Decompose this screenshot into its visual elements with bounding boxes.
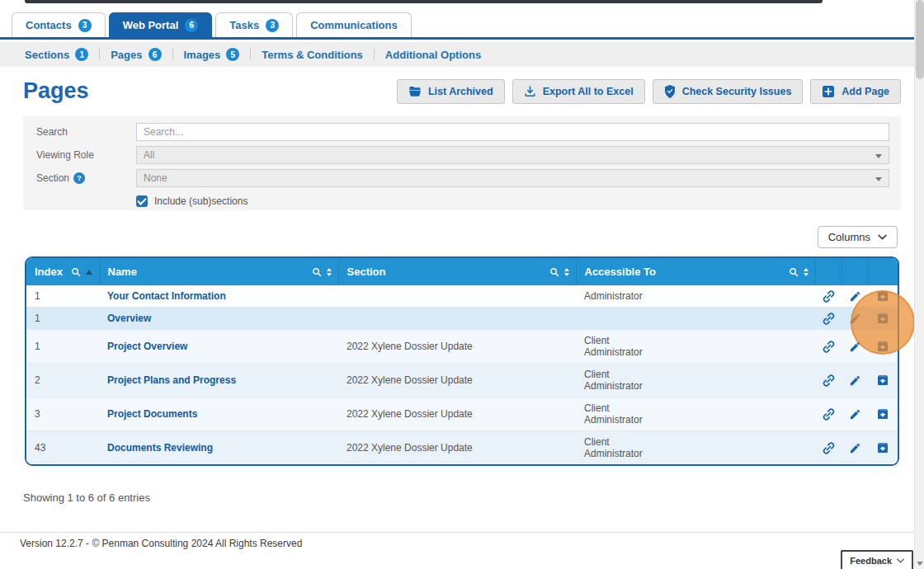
page-name-link[interactable]: Documents Reviewing [107, 442, 213, 454]
folder-icon [408, 86, 422, 97]
subnav-label: Sections [25, 49, 69, 61]
subnav-item-terms[interactable]: Terms & Conditions [262, 49, 363, 61]
button-label: Check Security Issues [682, 86, 792, 97]
feedback-label: Feedback [850, 556, 892, 566]
search-icon[interactable] [312, 267, 322, 277]
column-header-name[interactable]: Name [99, 258, 338, 285]
column-label: Name [108, 266, 137, 278]
scrollbar-thumb[interactable] [916, 0, 924, 79]
tab-tasks[interactable]: Tasks 3 [215, 12, 293, 37]
archive-icon[interactable] [876, 374, 889, 387]
cell-name: Overview [99, 308, 338, 330]
cell-name: Documents Reviewing [99, 431, 338, 465]
tab-web-portal[interactable]: Web Portal 6 [109, 12, 213, 37]
add-page-button[interactable]: Add Page [810, 79, 901, 104]
edit-pencil-icon[interactable] [849, 442, 861, 454]
column-header-link [815, 258, 842, 285]
search-icon[interactable] [549, 267, 559, 277]
column-label: Accessible To [585, 266, 656, 278]
subnav-count-badge: 6 [148, 48, 162, 61]
table-header-row: Index Name [26, 258, 898, 285]
viewing-role-select[interactable]: All [136, 146, 889, 164]
page-name-link[interactable]: Project Overview [107, 341, 187, 352]
include-subsections-checkbox[interactable] [136, 195, 148, 207]
columns-button[interactable]: Columns [818, 226, 898, 248]
sort-ascending-icon[interactable] [86, 270, 92, 275]
sort-icon[interactable] [564, 268, 569, 276]
divider [374, 49, 375, 60]
tab-label: Communications [310, 19, 397, 31]
subnav-item-additional-options[interactable]: Additional Options [385, 49, 481, 61]
link-icon[interactable] [822, 374, 836, 388]
archive-icon[interactable] [876, 407, 889, 421]
column-header-accessible-to[interactable]: Accessible To [576, 258, 815, 285]
footer-version-text: Version 12.2.7 - © Penman Consulting 202… [20, 538, 302, 549]
subnav-item-pages[interactable]: Pages 6 [111, 48, 161, 61]
section-select[interactable]: None [136, 169, 889, 187]
help-icon[interactable]: ? [73, 172, 85, 184]
chevron-down-icon [875, 154, 882, 158]
subnav-count-badge: 1 [75, 48, 88, 61]
search-input[interactable] [136, 123, 889, 141]
edit-pencil-icon[interactable] [849, 374, 861, 387]
section-label: Section ? [36, 172, 136, 184]
archive-icon[interactable] [876, 441, 889, 454]
archive-icon[interactable] [876, 340, 889, 353]
cell-section: 2022 Xylene Dossier Update [338, 330, 576, 364]
subnav-item-sections[interactable]: Sections 1 [25, 48, 88, 61]
divider [250, 49, 251, 60]
divider [99, 49, 100, 60]
search-icon[interactable] [789, 267, 799, 277]
archive-icon[interactable] [876, 312, 889, 325]
page-name-link[interactable]: Project Plans and Progress [107, 374, 236, 386]
link-icon[interactable] [822, 312, 836, 326]
list-archived-button[interactable]: List Archived [397, 79, 505, 104]
column-header-section[interactable]: Section [338, 258, 576, 285]
sort-icon[interactable] [327, 268, 332, 276]
subnav-item-images[interactable]: Images 5 [184, 48, 240, 61]
scrollbar-track[interactable] [914, 0, 924, 569]
search-icon[interactable] [71, 267, 81, 277]
link-icon[interactable] [822, 289, 836, 303]
divider [172, 49, 173, 60]
scrollbar-down-arrow-icon[interactable] [917, 562, 923, 566]
link-icon[interactable] [822, 340, 836, 354]
link-icon[interactable] [822, 407, 836, 421]
page-name-link[interactable]: Overview [107, 313, 151, 324]
page-name-link[interactable]: Project Documents [107, 408, 197, 420]
table-row: 1 Project Overview 2022 Xylene Dossier U… [26, 330, 898, 364]
check-security-button[interactable]: Check Security Issues [653, 79, 804, 104]
edit-pencil-icon[interactable] [849, 290, 861, 303]
include-subsections-label: Include (sub)sections [154, 195, 248, 207]
column-header-index[interactable]: Index [26, 258, 99, 285]
chevron-down-icon [897, 558, 904, 563]
tab-count-badge: 3 [78, 19, 92, 32]
pages-table: Index Name [25, 256, 899, 466]
main-tab-bar: Contacts 3 Web Portal 6 Tasks 3 Communic… [12, 12, 412, 37]
tab-label: Contacts [26, 19, 72, 31]
link-icon[interactable] [822, 441, 836, 455]
selected-value: None [144, 172, 167, 184]
page-name-link[interactable]: Your Contact Information [107, 290, 226, 302]
tab-count-badge: 6 [185, 19, 198, 32]
tab-contacts[interactable]: Contacts 3 [12, 12, 106, 37]
edit-pencil-icon[interactable] [849, 341, 861, 353]
sort-icon[interactable] [804, 268, 808, 276]
subnav-bar: Sections 1 Pages 6 Images 5 Terms & Cond… [0, 42, 914, 67]
cell-name: Project Plans and Progress [99, 364, 338, 397]
table-summary: Showing 1 to 6 of 6 entries [23, 491, 150, 504]
edit-pencil-icon[interactable] [849, 313, 861, 325]
search-label: Search [36, 126, 136, 138]
cell-section: 2022 Xylene Dossier Update [338, 431, 576, 465]
cell-accessible-to: ClientAdministrator [576, 431, 815, 465]
cell-section: 2022 Xylene Dossier Update [338, 364, 576, 397]
table-row-highlighted: 1 Overview [26, 308, 898, 330]
cell-index: 1 [26, 285, 99, 308]
table-row: 3 Project Documents 2022 Xylene Dossier … [26, 397, 898, 431]
edit-pencil-icon[interactable] [849, 408, 861, 421]
section-filter-row: Section ? None [36, 169, 889, 187]
archive-icon[interactable] [876, 289, 889, 303]
export-excel-button[interactable]: Export All to Excel [512, 79, 645, 104]
feedback-button[interactable]: Feedback [841, 550, 913, 569]
tab-communications[interactable]: Communications [296, 12, 411, 37]
